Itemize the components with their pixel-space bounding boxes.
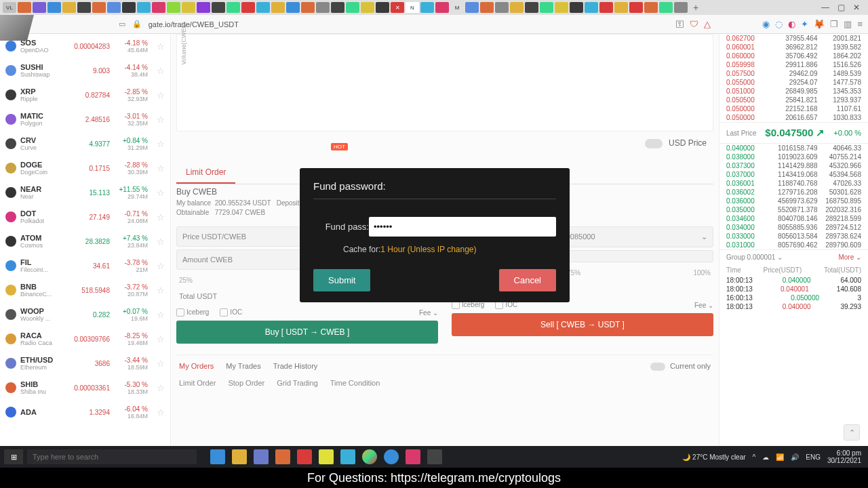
bid-row[interactable]: 0.0340008055885.936289724.512 xyxy=(719,223,868,232)
asset-row[interactable]: WOOPWoonkly ... 0.282 +0.07 %19.6M ☆ xyxy=(0,302,170,327)
taskbar-clock[interactable]: 6:00 pm30/12/2021 xyxy=(827,449,861,464)
ext-icon[interactable]: ❐ xyxy=(830,19,838,29)
ask-row[interactable]: 0.05750029462.091489.539 xyxy=(719,69,868,78)
star-icon[interactable]: ☆ xyxy=(157,261,165,271)
cancel-button[interactable]: Cancel xyxy=(499,269,556,291)
taskbar-app[interactable] xyxy=(427,449,442,464)
browser-tab[interactable] xyxy=(197,2,210,13)
iceberg-checkbox[interactable] xyxy=(176,308,184,317)
star-icon[interactable]: ☆ xyxy=(157,359,165,369)
taskbar-app[interactable] xyxy=(406,449,420,464)
bid-row[interactable]: 0.0330008056013.584289738.624 xyxy=(719,232,868,241)
browser-tab[interactable] xyxy=(495,2,509,13)
tray-cloud-icon[interactable]: ☁ xyxy=(762,453,769,461)
subtab-stop[interactable]: Stop Order xyxy=(228,379,264,387)
scroll-top-button[interactable]: ⌃ xyxy=(844,424,860,441)
ext-icon[interactable]: ✦ xyxy=(801,19,808,29)
browser-tab[interactable] xyxy=(614,2,628,13)
ask-row[interactable]: 0.06270037955.4642001.821 xyxy=(719,34,868,43)
tray-wifi-icon[interactable]: 📶 xyxy=(776,453,784,461)
browser-tab[interactable] xyxy=(256,2,270,13)
star-icon[interactable]: ☆ xyxy=(157,285,165,296)
taskbar-app[interactable] xyxy=(319,449,334,464)
browser-tab[interactable] xyxy=(570,2,583,13)
warning-icon[interactable]: △ xyxy=(704,19,711,29)
asset-row[interactable]: FILFilecoinI... 34.61 -3.78 %21M ☆ xyxy=(0,253,170,278)
sell-button[interactable]: Sell [ CWEB → USDT ] xyxy=(452,313,713,336)
asset-row[interactable]: DOGEDogeCoin 0.1715 -2.88 %30.39M ☆ xyxy=(0,156,170,180)
bid-row[interactable]: 0.0370001143419.06845394.568 xyxy=(719,170,868,179)
tray-volume-icon[interactable]: 🔊 xyxy=(791,453,799,461)
bid-row[interactable]: 0.0360011188740.76847026.33 xyxy=(719,179,868,188)
browser-tab[interactable] xyxy=(182,2,195,13)
asset-row[interactable]: ATOMCosmos 28.3828 +7.43 %23.84M ☆ xyxy=(0,229,170,253)
browser-tab[interactable] xyxy=(585,2,598,13)
star-icon[interactable]: ☆ xyxy=(157,212,165,222)
bid-row[interactable]: 0.0360021279716.20850301.628 xyxy=(719,188,868,197)
star-icon[interactable]: ☆ xyxy=(157,115,165,125)
browser-tab[interactable] xyxy=(47,2,61,13)
cache-value[interactable]: 1 Hour (Unless IP change) xyxy=(380,245,476,254)
browser-tab[interactable]: VL xyxy=(3,2,16,13)
tab-limit-order[interactable]: Limit Order xyxy=(176,162,235,184)
browser-tab[interactable] xyxy=(286,2,300,13)
star-icon[interactable]: ☆ xyxy=(157,163,165,174)
browser-tab[interactable] xyxy=(555,2,568,13)
asset-row[interactable]: RACARadio Caca 0.00309766 -8.25 %19.46M … xyxy=(0,327,170,351)
ask-row[interactable]: 0.05000020616.6571030.833 xyxy=(719,113,868,122)
deposit-link[interactable]: Deposit xyxy=(277,199,300,207)
chevron-down-icon[interactable]: ⌄ xyxy=(701,232,707,241)
ext-icon[interactable]: 🦊 xyxy=(814,19,825,29)
browser-tab[interactable]: N xyxy=(406,2,419,13)
taskbar-app[interactable] xyxy=(297,449,312,464)
star-icon[interactable]: ☆ xyxy=(157,383,165,393)
ask-row[interactable]: 0.06000035706.4921864.202 xyxy=(719,52,868,60)
more-link[interactable]: More ⌄ xyxy=(838,253,861,261)
browser-tab[interactable] xyxy=(510,2,524,13)
ext-icon[interactable]: ▥ xyxy=(844,19,852,29)
buy-button[interactable]: Buy [ USDT → CWEB ] xyxy=(176,321,438,344)
book-icon[interactable]: ▭ xyxy=(119,20,125,28)
star-icon[interactable]: ☆ xyxy=(157,41,165,52)
browser-tab[interactable] xyxy=(18,2,31,13)
ask-row[interactable]: 0.05100026849.9851345.353 xyxy=(719,87,868,96)
ask-row[interactable]: 0.06000136962.8121939.582 xyxy=(719,43,868,52)
taskbar-app[interactable] xyxy=(232,449,247,464)
taskbar-app[interactable] xyxy=(384,449,399,464)
ext-icon[interactable]: ◉ xyxy=(762,19,770,29)
browser-tab[interactable] xyxy=(92,2,106,13)
fund-pass-input[interactable] xyxy=(369,217,556,237)
browser-tab[interactable] xyxy=(152,2,165,13)
browser-tab[interactable] xyxy=(241,2,255,13)
group-selector[interactable]: Group 0.000001 ⌄ xyxy=(726,253,783,261)
ask-row[interactable]: 0.05500029254.071477.578 xyxy=(719,78,868,87)
submit-button[interactable]: Submit xyxy=(313,269,370,291)
browser-tab[interactable] xyxy=(629,2,643,13)
usd-price-toggle[interactable]: USD Price xyxy=(176,136,713,151)
browser-tab[interactable] xyxy=(435,2,449,13)
browser-tab[interactable] xyxy=(122,2,136,13)
browser-tab[interactable] xyxy=(346,2,359,13)
taskbar-app[interactable] xyxy=(254,449,269,464)
browser-tab[interactable] xyxy=(540,2,553,13)
ask-row[interactable]: 0.05050025841.8211293.937 xyxy=(719,96,868,104)
weather-widget[interactable]: 🌙 27°C Mostly clear xyxy=(682,453,745,461)
asset-row[interactable]: XRPRipple 0.82784 -2.85 %32.93M ☆ xyxy=(0,83,170,107)
star-icon[interactable]: ☆ xyxy=(157,334,165,344)
tab-trade-history[interactable]: Trade History xyxy=(273,362,318,371)
window-minimize-button[interactable]: — xyxy=(821,3,829,12)
taskbar-app[interactable] xyxy=(275,449,290,464)
browser-tab[interactable]: M xyxy=(450,2,464,13)
tab-my-orders[interactable]: My Orders xyxy=(179,362,214,371)
browser-tab[interactable] xyxy=(465,2,479,13)
shield-icon[interactable]: 🛡 xyxy=(690,19,698,29)
star-icon[interactable]: ☆ xyxy=(157,90,165,100)
browser-tab[interactable] xyxy=(107,2,121,13)
browser-tab[interactable] xyxy=(316,2,330,13)
browser-tab[interactable] xyxy=(226,2,240,13)
taskbar-app[interactable] xyxy=(340,449,355,464)
browser-tab[interactable] xyxy=(167,2,180,13)
asset-row[interactable]: ADA 1.3294 -6.04 %16.84M ☆ xyxy=(0,400,170,424)
ext-icon[interactable]: ◐ xyxy=(788,19,795,29)
window-maximize-button[interactable]: ▢ xyxy=(837,3,845,12)
